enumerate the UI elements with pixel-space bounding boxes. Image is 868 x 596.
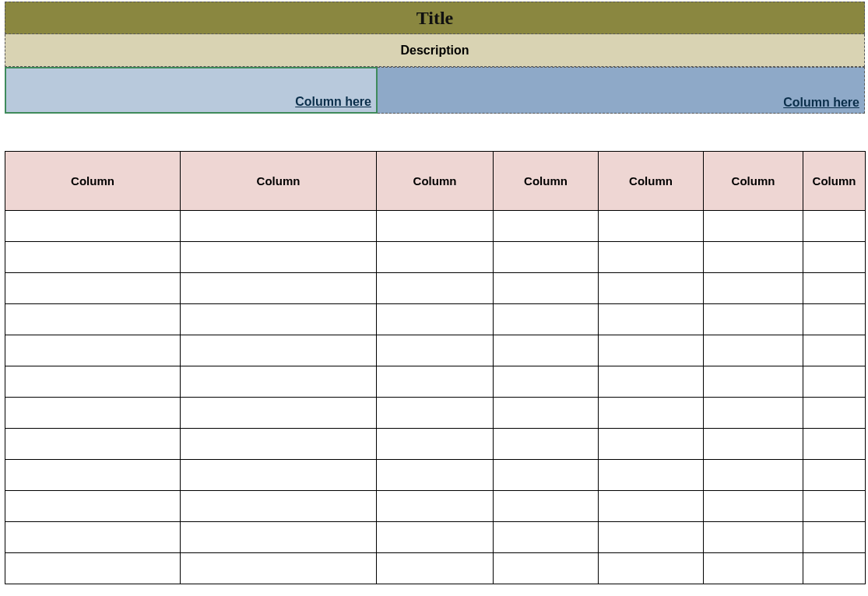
table-cell[interactable] <box>377 273 494 304</box>
table-cell[interactable] <box>599 211 704 242</box>
table-cell[interactable] <box>494 304 599 335</box>
column-header[interactable]: Column <box>5 152 181 211</box>
table-cell[interactable] <box>803 335 866 366</box>
table-cell[interactable] <box>5 366 181 398</box>
table-cell[interactable] <box>5 429 181 460</box>
table-cell[interactable] <box>599 491 704 522</box>
table-cell[interactable] <box>377 304 494 335</box>
table-cell[interactable] <box>803 460 866 491</box>
table-cell[interactable] <box>181 366 377 398</box>
table-cell[interactable] <box>181 273 377 304</box>
table-cell[interactable] <box>181 211 377 242</box>
table-cell[interactable] <box>494 429 599 460</box>
table-row <box>5 491 866 522</box>
table-cell[interactable] <box>181 429 377 460</box>
table-cell[interactable] <box>377 242 494 273</box>
table-cell[interactable] <box>5 398 181 429</box>
table-cell[interactable] <box>377 460 494 491</box>
table-cell[interactable] <box>803 211 866 242</box>
table-cell[interactable] <box>5 460 181 491</box>
table-cell[interactable] <box>5 242 181 273</box>
table-cell[interactable] <box>377 522 494 553</box>
table-cell[interactable] <box>803 491 866 522</box>
table-cell[interactable] <box>599 366 704 398</box>
table-cell[interactable] <box>5 553 181 584</box>
column-header[interactable]: Column <box>494 152 599 211</box>
table-cell[interactable] <box>803 398 866 429</box>
column-header[interactable]: Column <box>181 152 377 211</box>
table-cell[interactable] <box>494 242 599 273</box>
title-cell[interactable]: Title <box>5 2 865 34</box>
table-cell[interactable] <box>599 553 704 584</box>
column-header[interactable]: Column <box>599 152 704 211</box>
table-row <box>5 304 866 335</box>
table-cell[interactable] <box>181 242 377 273</box>
table-cell[interactable] <box>377 398 494 429</box>
table-cell[interactable] <box>181 335 377 366</box>
table-cell[interactable] <box>599 273 704 304</box>
table-cell[interactable] <box>704 460 803 491</box>
table-cell[interactable] <box>704 242 803 273</box>
table-cell[interactable] <box>704 522 803 553</box>
table-cell[interactable] <box>5 211 181 242</box>
group-header-left[interactable]: Column here <box>5 67 378 114</box>
table-cell[interactable] <box>599 460 704 491</box>
table-cell[interactable] <box>599 429 704 460</box>
table-cell[interactable] <box>803 522 866 553</box>
table-row <box>5 273 866 304</box>
table-cell[interactable] <box>704 366 803 398</box>
table-cell[interactable] <box>494 553 599 584</box>
table-cell[interactable] <box>704 211 803 242</box>
table-cell[interactable] <box>803 304 866 335</box>
table-cell[interactable] <box>599 522 704 553</box>
table-cell[interactable] <box>181 460 377 491</box>
table-cell[interactable] <box>181 398 377 429</box>
table-cell[interactable] <box>494 366 599 398</box>
table-cell[interactable] <box>704 398 803 429</box>
table-cell[interactable] <box>599 398 704 429</box>
table-cell[interactable] <box>704 491 803 522</box>
table-cell[interactable] <box>494 491 599 522</box>
column-header[interactable]: Column <box>377 152 494 211</box>
table-cell[interactable] <box>5 491 181 522</box>
table-cell[interactable] <box>5 335 181 366</box>
table-cell[interactable] <box>704 335 803 366</box>
table-cell[interactable] <box>704 304 803 335</box>
table-cell[interactable] <box>599 335 704 366</box>
description-cell[interactable]: Description <box>5 34 865 67</box>
table-cell[interactable] <box>5 522 181 553</box>
table-cell[interactable] <box>704 553 803 584</box>
table-cell[interactable] <box>377 366 494 398</box>
table-cell[interactable] <box>494 273 599 304</box>
group-header-right[interactable]: Column here <box>378 67 865 114</box>
column-header[interactable]: Column <box>803 152 866 211</box>
table-cell[interactable] <box>494 460 599 491</box>
table-cell[interactable] <box>704 273 803 304</box>
table-row <box>5 398 866 429</box>
table-cell[interactable] <box>181 522 377 553</box>
table-cell[interactable] <box>803 366 866 398</box>
table-cell[interactable] <box>377 429 494 460</box>
table-cell[interactable] <box>494 335 599 366</box>
table-cell[interactable] <box>803 273 866 304</box>
table-cell[interactable] <box>803 553 866 584</box>
table-cell[interactable] <box>803 242 866 273</box>
table-row <box>5 553 866 584</box>
table-cell[interactable] <box>599 304 704 335</box>
table-cell[interactable] <box>377 553 494 584</box>
table-cell[interactable] <box>181 304 377 335</box>
table-cell[interactable] <box>5 304 181 335</box>
table-cell[interactable] <box>494 211 599 242</box>
table-cell[interactable] <box>803 429 866 460</box>
table-cell[interactable] <box>494 522 599 553</box>
table-cell[interactable] <box>377 211 494 242</box>
column-header[interactable]: Column <box>704 152 803 211</box>
table-cell[interactable] <box>494 398 599 429</box>
table-cell[interactable] <box>5 273 181 304</box>
table-cell[interactable] <box>377 335 494 366</box>
table-cell[interactable] <box>181 553 377 584</box>
table-cell[interactable] <box>599 242 704 273</box>
table-cell[interactable] <box>704 429 803 460</box>
table-cell[interactable] <box>377 491 494 522</box>
table-cell[interactable] <box>181 491 377 522</box>
